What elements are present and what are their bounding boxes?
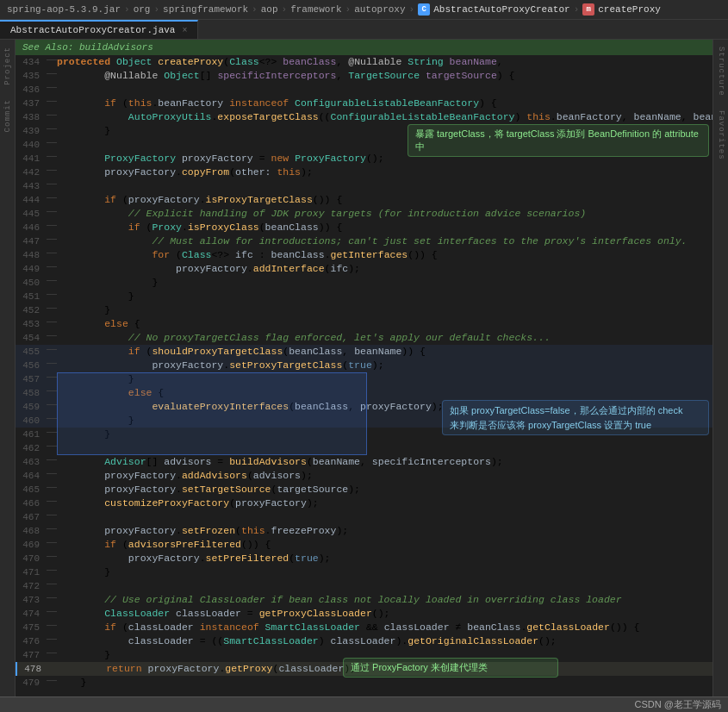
method-icon: m	[582, 3, 594, 16]
code-line-470: 470 —— proxyFactory.setPreFiltered(true)…	[16, 552, 712, 565]
code-line-438: 438 —— AutoProxyUtils.exposeTargetClass(…	[16, 110, 712, 124]
code-line-455: 455 —— if (shouldProxyTargetClass(beanCl…	[16, 345, 712, 359]
code-line-437: 437 —— if (this.beanFactory instanceof C…	[16, 97, 712, 110]
sidebar-project-label[interactable]: Project	[3, 47, 12, 85]
file-tab[interactable]: AbstractAutoProxyCreator.java ×	[0, 20, 198, 39]
code-line-446: 446 —— if (Proxy.isProxyClass(beanClass)…	[16, 221, 712, 234]
annotation-proxy-check: 如果 proxyTargetClass=false，那么会通过内部的 check…	[442, 400, 709, 435]
code-line-452: 452 —— }	[16, 303, 712, 317]
see-also-text: See Also: buildAdvisors	[22, 42, 153, 53]
code-line-434: 434 —— protected Object createProxy(Clas…	[16, 55, 712, 69]
code-line-466: 466 —— customizeProxyFactory(proxyFactor…	[16, 497, 712, 510]
breadcrumb-springframework[interactable]: springframework	[163, 4, 248, 15]
code-line-467: 467 ——	[16, 510, 712, 524]
breadcrumb-method[interactable]: createProxy	[598, 4, 661, 15]
tab-bar: AbstractAutoProxyCreator.java ×	[0, 20, 728, 40]
watermark-text: CSDN @老王学源码	[635, 698, 721, 711]
sidebar-favorites-label[interactable]: Favorites	[717, 110, 725, 160]
code-line-474: 474 —— ClassLoader classLoader = getProx…	[16, 607, 712, 621]
breadcrumb-class[interactable]: AbstractAutoProxyCreator	[433, 4, 569, 15]
code-line-449: 449 —— proxyFactory.addInterface(ifc);	[16, 262, 712, 276]
code-line-451: 451 —— }	[16, 290, 712, 303]
annotation-expose-text: 暴露 targetClass，将 targetClass 添加到 BeanDef…	[415, 128, 699, 152]
code-line-448: 448 —— for (Class<?> ifc : beanClass.get…	[16, 248, 712, 262]
code-line-464: 464 —— proxyFactory.addAdvisors(advisors…	[16, 469, 712, 483]
code-highlight-block	[57, 372, 367, 455]
tab-close-icon[interactable]: ×	[182, 26, 187, 35]
code-line-450: 450 —— }	[16, 276, 712, 290]
left-sidebar: Project Commit	[0, 40, 16, 696]
code-line-476: 476 —— classLoader = ((SmartClassLoader)…	[16, 634, 712, 648]
code-line-471: 471 —— }	[16, 565, 712, 579]
code-body[interactable]: 暴露 targetClass，将 targetClass 添加到 BeanDef…	[16, 55, 712, 696]
code-line-456: 456 —— proxyFactory.setProxyTargetClass(…	[16, 359, 712, 372]
see-also-bar: See Also: buildAdvisors	[16, 40, 712, 55]
code-line-445: 445 —— // Explicit handling of JDK proxy…	[16, 207, 712, 221]
code-area: See Also: buildAdvisors 暴露 targetClass，将…	[16, 40, 712, 696]
code-line-435: 435 —— @Nullable Object[] specificInterc…	[16, 69, 712, 83]
code-line-447: 447 —— // Must allow for introductions; …	[16, 234, 712, 248]
annotation-proxy-text: 如果 proxyTargetClass=false，那么会通过内部的 check…	[450, 405, 682, 430]
code-line-473: 473 —— // Use original ClassLoader if be…	[16, 593, 712, 607]
breadcrumb-autoproxy[interactable]: autoproxy	[354, 4, 405, 15]
tab-label: AbstractAutoProxyCreator.java	[10, 25, 175, 35]
sidebar-commit-label[interactable]: Commit	[3, 99, 12, 132]
code-line-463: 463 —— Advisor[] advisors = buildAdvisor…	[16, 455, 712, 469]
code-line-475: 475 —— if (classLoader instanceof SmartC…	[16, 621, 712, 634]
code-line-453: 453 —— else {	[16, 317, 712, 331]
code-line-479: 479 —— }	[16, 676, 712, 690]
code-line-442: 442 —— proxyFactory.copyFrom(other: this…	[16, 166, 712, 179]
annotation-proxy-create: 通过 ProxyFactory 来创建代理类	[343, 658, 558, 678]
code-line-469: 469 —— if (advisorsPreFiltered()) {	[16, 538, 712, 552]
breadcrumb-bar: spring-aop-5.3.9.jar › org › springframe…	[0, 0, 728, 20]
sidebar-structure-label[interactable]: Structure	[717, 47, 725, 97]
annotation-expose-targetclass: 暴露 targetClass，将 targetClass 添加到 BeanDef…	[408, 124, 709, 157]
breadcrumb-jar[interactable]: spring-aop-5.3.9.jar	[7, 4, 121, 15]
code-line-465: 465 —— proxyFactory.setTargetSource(targ…	[16, 483, 712, 497]
bottom-bar: CSDN @老王学源码	[0, 696, 728, 712]
annotation-proxy-create-text: 通过 ProxyFactory 来创建代理类	[351, 662, 488, 672]
code-line-443: 443 ——	[16, 179, 712, 193]
code-line-468: 468 —— proxyFactory.setFrozen(this.freez…	[16, 524, 712, 538]
breadcrumb-org[interactable]: org	[134, 4, 151, 15]
class-icon: C	[418, 3, 430, 16]
code-line-444: 444 —— if (proxyFactory.isProxyTargetCla…	[16, 193, 712, 207]
code-line-472: 472 ——	[16, 579, 712, 593]
code-line-436: 436 ——	[16, 83, 712, 97]
code-line-454: 454 —— // No proxyTargetClass flag enfor…	[16, 331, 712, 345]
breadcrumb-aop[interactable]: aop	[261, 4, 278, 15]
main-layout: Project Commit See Also: buildAdvisors 暴…	[0, 40, 728, 696]
right-sidebar: Structure Favorites	[712, 40, 728, 696]
breadcrumb-framework[interactable]: framework	[290, 4, 341, 15]
